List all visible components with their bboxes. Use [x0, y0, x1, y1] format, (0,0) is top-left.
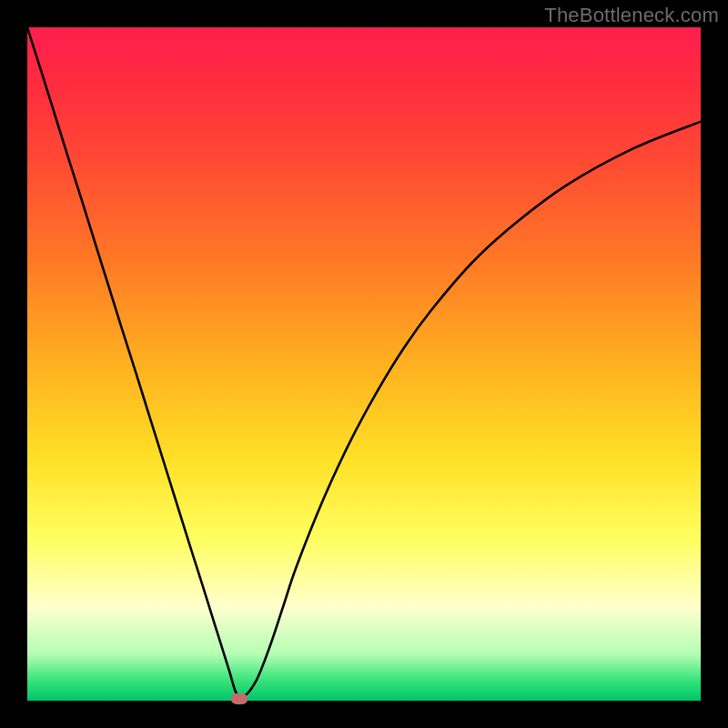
plot-area: [27, 27, 701, 701]
watermark-text: TheBottleneck.com: [544, 4, 719, 27]
curve-svg: [27, 27, 701, 701]
chart-frame: TheBottleneck.com: [0, 0, 728, 728]
bottleneck-curve: [27, 27, 701, 698]
minimum-marker: [231, 693, 248, 704]
